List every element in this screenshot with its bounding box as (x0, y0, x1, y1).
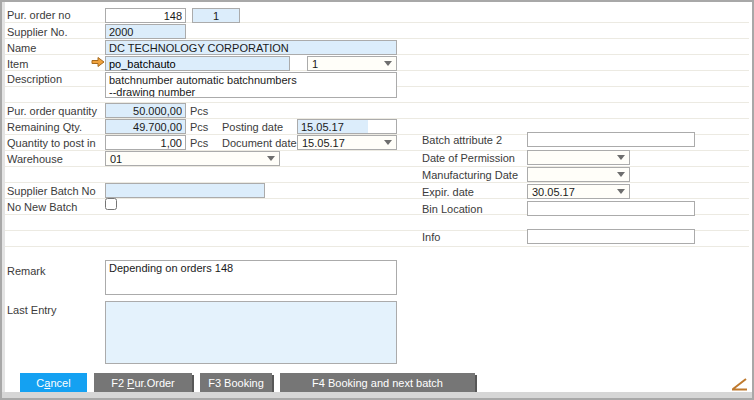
supplier-batch-no-input[interactable] (105, 183, 265, 198)
window-left-edge (2, 2, 5, 392)
chevron-down-icon (617, 172, 625, 177)
remaining-qty-label: Remaining Qty. (7, 121, 82, 133)
info-input[interactable] (527, 229, 695, 244)
pur-order-quantity-input[interactable] (105, 103, 186, 118)
expir-date-combo[interactable]: 30.05.17 (527, 184, 630, 199)
item-pointer-arrow-icon (91, 56, 105, 70)
pur-order-no-input[interactable] (105, 8, 186, 23)
resize-grip-icon[interactable] (729, 378, 748, 393)
remaining-qty-unit: Pcs (190, 121, 208, 133)
description-textarea[interactable]: batchnumber automatic batchnumbers --dra… (105, 72, 397, 98)
warehouse-label: Warehouse (7, 153, 63, 165)
warehouse-value: 01 (110, 153, 122, 165)
cancel-button[interactable]: Cancel (20, 373, 87, 392)
date-of-permission-combo[interactable] (527, 150, 630, 165)
chevron-down-icon (267, 156, 275, 161)
bin-location-input[interactable] (527, 201, 695, 216)
document-date-label: Document date (222, 137, 297, 149)
pur-order-line-input[interactable] (192, 8, 240, 23)
no-new-batch-label: No New Batch (7, 201, 77, 213)
chevron-down-icon (384, 140, 392, 145)
bin-location-label: Bin Location (422, 203, 483, 215)
item-label: Item (7, 58, 28, 70)
document-date-combo[interactable]: 15.05.17 (297, 135, 397, 150)
name-label: Name (7, 42, 36, 54)
item-input[interactable] (105, 56, 290, 71)
date-of-permission-label: Date of Permission (422, 152, 515, 164)
quantity-to-post-input[interactable] (105, 135, 186, 150)
remaining-qty-input[interactable] (105, 119, 186, 134)
last-entry-label: Last Entry (7, 304, 57, 316)
manufacturing-date-label: Manufacturing Date (422, 169, 518, 181)
chevron-down-icon (617, 155, 625, 160)
supplier-name-input[interactable] (105, 40, 397, 55)
quantity-to-post-unit: Pcs (190, 137, 208, 149)
supplier-batch-no-label: Supplier Batch No (7, 185, 96, 197)
warehouse-combo[interactable]: 01 (105, 151, 280, 166)
posting-date-label: Posting date (222, 121, 283, 133)
pur-order-quantity-unit: Pcs (190, 105, 208, 117)
batch-booking-dialog: Pur. order no Supplier No. Name Item Des… (0, 0, 754, 400)
expir-date-label: Expir. date (422, 186, 474, 198)
posting-date-input[interactable] (297, 119, 397, 134)
f3-booking-button[interactable]: F3 Booking (200, 373, 272, 392)
chevron-down-icon (617, 189, 625, 194)
window-bottom-frame (2, 392, 752, 398)
remark-textarea[interactable]: Depending on orders 148 (105, 260, 397, 295)
batch-attribute-2-input[interactable] (527, 132, 695, 147)
pur-order-quantity-label: Pur. order quantity (7, 105, 97, 117)
quantity-to-post-label: Quantity to post in (7, 137, 96, 149)
manufacturing-date-combo[interactable] (527, 167, 630, 182)
no-new-batch-checkbox[interactable] (105, 198, 117, 210)
chevron-down-icon (384, 61, 392, 66)
expir-date-value: 30.05.17 (532, 186, 575, 198)
last-entry-textarea[interactable] (105, 301, 397, 364)
supplier-no-input[interactable] (105, 24, 186, 39)
supplier-no-label: Supplier No. (7, 26, 68, 38)
batch-attribute-2-label: Batch attribute 2 (422, 134, 502, 146)
info-label: Info (422, 231, 440, 243)
item-variant-value: 1 (312, 58, 318, 70)
f2-pur-order-button[interactable]: F2 Pur.Order (94, 373, 192, 392)
description-label: Description (7, 73, 62, 85)
remark-label: Remark (7, 265, 46, 277)
document-date-value: 15.05.17 (302, 137, 345, 149)
f4-booking-next-batch-button[interactable]: F4 Booking and next batch (280, 373, 475, 392)
item-variant-combo[interactable]: 1 (307, 56, 397, 71)
pur-order-no-label: Pur. order no (7, 9, 71, 21)
